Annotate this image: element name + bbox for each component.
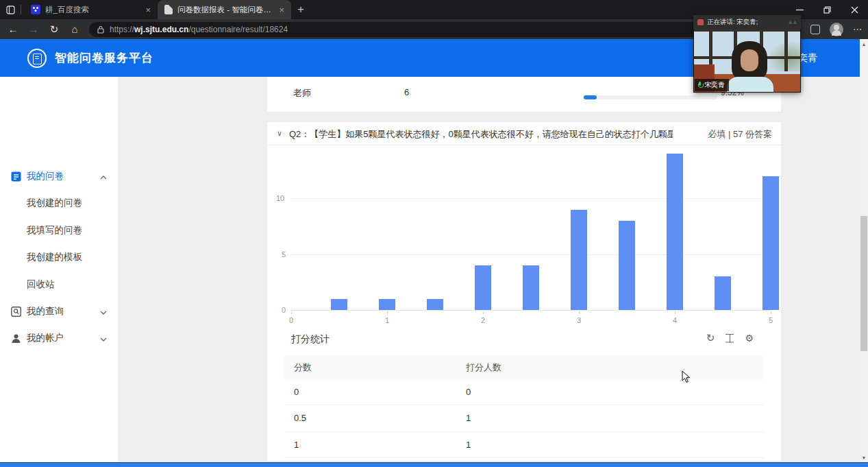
meeting-video-thumbnail: 宋奕青 bbox=[693, 29, 801, 93]
meeting-app-icon bbox=[697, 19, 704, 25]
lock-icon bbox=[97, 25, 104, 34]
meeting-status-bar: 正在讲话: 宋奕青; ▲▲ bbox=[693, 15, 801, 29]
sidebar-item-label: 我的查询 bbox=[27, 305, 100, 318]
progress-fill bbox=[584, 95, 597, 99]
sidebar-item-3[interactable]: 我创建的模板 bbox=[0, 248, 118, 267]
new-tab-button[interactable]: + bbox=[291, 0, 310, 19]
search-icon bbox=[11, 307, 21, 317]
screen-share-border bbox=[0, 462, 868, 467]
sidebar-item-0[interactable]: 我的问卷 bbox=[0, 167, 118, 186]
toolbar-right-icons: ⋯ bbox=[810, 19, 863, 39]
x-axis-tick-label: 2 bbox=[481, 316, 485, 324]
sidebar-item-6[interactable]: 我的帐户 bbox=[0, 328, 118, 348]
y-axis-tick-label: 10 bbox=[276, 194, 284, 220]
y-axis-tick-label: 0 bbox=[282, 306, 286, 332]
browser-profile-icon[interactable] bbox=[830, 23, 843, 36]
chevron-down-icon bbox=[100, 307, 107, 317]
x-axis-tickmark bbox=[579, 311, 580, 314]
tab-close-icon[interactable]: × bbox=[144, 5, 152, 14]
questionnaire-icon bbox=[11, 171, 21, 182]
table-header-row: 分数 打分人数 bbox=[284, 355, 764, 379]
stat-count: 6 bbox=[404, 87, 409, 97]
sidebar-item-label: 我的问卷 bbox=[27, 170, 100, 182]
question-card: ∨ Q2：【学生】如果5颗星代表状态很好，0颗星代表状态很不好，请您给现在自己的… bbox=[267, 122, 781, 461]
tab-separator bbox=[21, 5, 21, 14]
table-row: 0.51 bbox=[284, 405, 764, 431]
stat-label: 老师 bbox=[293, 87, 311, 99]
url-text: https://wj.sjtu.edu.cn/questionnaire/res… bbox=[110, 25, 288, 34]
meeting-overlay[interactable]: 正在讲话: 宋奕青; ▲▲ 宋奕青 bbox=[693, 15, 801, 93]
count-cell: 1 bbox=[466, 440, 671, 450]
page-favicon bbox=[164, 5, 173, 14]
page-scrollbar[interactable]: ▲ ▼ bbox=[860, 39, 868, 463]
settings-gear-icon[interactable]: ⚙ bbox=[745, 333, 754, 344]
sidebar-item-label: 我的帐户 bbox=[27, 332, 100, 344]
video-person bbox=[727, 77, 773, 92]
x-axis-tickmark bbox=[771, 311, 771, 314]
table-toolbar: ↻ ⚙ bbox=[706, 332, 754, 344]
chart-axis-labels: 0510012345 bbox=[291, 122, 771, 328]
column-header: 打分人数 bbox=[466, 361, 671, 374]
scroll-down-icon[interactable]: ▼ bbox=[860, 455, 868, 460]
score-cell: 1 bbox=[284, 440, 466, 450]
sidebar-item-4[interactable]: 回收站 bbox=[0, 275, 118, 294]
participant-name-tag: 宋奕青 bbox=[695, 79, 729, 91]
forward-icon[interactable]: → bbox=[23, 23, 44, 35]
home-icon[interactable]: ⌂ bbox=[64, 23, 85, 35]
meeting-status-text: 正在讲话: 宋奕青; bbox=[707, 18, 784, 27]
app-title: 智能问卷服务平台 bbox=[55, 50, 153, 66]
maximize-button[interactable] bbox=[813, 0, 841, 19]
back-icon[interactable]: ← bbox=[3, 23, 23, 35]
platform-logo-icon bbox=[27, 49, 47, 68]
user-icon bbox=[11, 333, 21, 344]
address-bar[interactable]: https://wj.sjtu.edu.cn/questionnaire/res… bbox=[89, 22, 781, 37]
video-window-frame bbox=[784, 29, 788, 71]
sidebar-item-label: 回收站 bbox=[27, 278, 118, 291]
score-cell: 0 bbox=[284, 387, 466, 397]
x-axis-tick-label: 0 bbox=[289, 316, 293, 324]
mouse-cursor bbox=[682, 370, 691, 384]
more-menu-icon[interactable]: ⋯ bbox=[853, 24, 863, 34]
tab-actions-menu-icon[interactable] bbox=[0, 0, 21, 19]
chevron-up-icon bbox=[100, 171, 107, 182]
count-cell: 0 bbox=[466, 387, 671, 397]
tab-close-icon[interactable]: × bbox=[277, 5, 286, 14]
count-cell: 1 bbox=[466, 413, 671, 423]
x-axis-tickmark bbox=[483, 311, 484, 314]
participant-name: 宋奕青 bbox=[704, 80, 725, 90]
tab-title: 耕_百度搜索 bbox=[45, 5, 139, 15]
collections-icon[interactable] bbox=[810, 25, 820, 34]
browser-tab-baidu[interactable]: 耕_百度搜索 × bbox=[24, 0, 158, 19]
scrollbar-thumb[interactable] bbox=[860, 216, 867, 351]
sidebar-item-1[interactable]: 我创建的问卷 bbox=[0, 193, 118, 213]
refresh-table-icon[interactable]: ↻ bbox=[706, 332, 715, 344]
sidebar-item-5[interactable]: 我的查询 bbox=[0, 302, 118, 321]
close-window-button[interactable] bbox=[841, 0, 868, 19]
x-axis-tick-label: 1 bbox=[385, 316, 389, 324]
x-axis-tick-label: 5 bbox=[769, 316, 773, 324]
column-header: 分数 bbox=[284, 361, 466, 374]
meeting-watermark: ▲▲ bbox=[787, 19, 797, 25]
text-tool-icon[interactable] bbox=[726, 334, 734, 343]
progress-bar bbox=[584, 95, 717, 99]
chevron-down-icon bbox=[100, 333, 107, 344]
x-axis-tickmark bbox=[387, 311, 388, 314]
score-table-title: 打分统计 bbox=[291, 333, 330, 346]
sidebar-item-label: 我填写的问卷 bbox=[27, 224, 118, 237]
sidebar: 我的问卷我创建的问卷我填写的问卷我创建的模板回收站我的查询我的帐户 bbox=[0, 77, 118, 463]
table-row: 11 bbox=[284, 432, 764, 458]
browser-tab-questionnaire-active[interactable]: 问卷数据报表 - 智能问卷服务平台 × bbox=[158, 0, 291, 19]
x-axis-tickmark bbox=[291, 311, 292, 314]
tab-title: 问卷数据报表 - 智能问卷服务平台 bbox=[177, 5, 273, 15]
sidebar-item-2[interactable]: 我填写的问卷 bbox=[0, 221, 118, 240]
scroll-up-icon[interactable]: ▲ bbox=[860, 42, 868, 47]
score-cell: 0.5 bbox=[284, 413, 466, 423]
x-axis-tick-label: 3 bbox=[577, 316, 581, 324]
y-axis-tick-label: 5 bbox=[282, 250, 286, 276]
x-axis-tickmark bbox=[675, 311, 675, 314]
video-person bbox=[741, 49, 758, 71]
collapse-question-icon[interactable]: ∨ bbox=[277, 129, 282, 138]
refresh-icon[interactable]: ↻ bbox=[44, 23, 64, 36]
baidu-favicon bbox=[31, 5, 40, 14]
sidebar-item-label: 我创建的模板 bbox=[27, 251, 118, 263]
